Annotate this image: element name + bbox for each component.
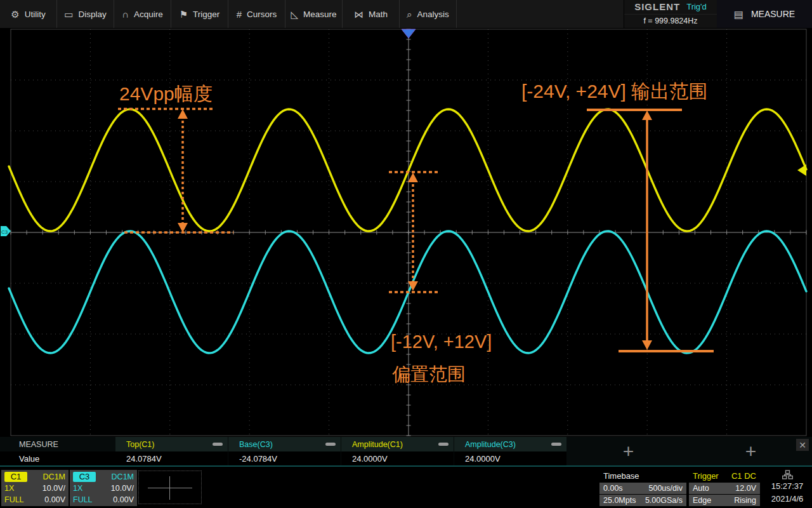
menu-item-label: Acquire [134,10,163,19]
add-channel-box[interactable] [138,471,202,504]
add-measurement-button-2[interactable]: + [690,437,812,465]
trigger-status-box: SIGLENT Trig'd f = 999.9824Hz [624,0,717,28]
trigger-position-marker[interactable] [402,29,416,38]
cursors-icon: # [237,10,242,19]
bottom-status-bar: C1 DC1M 1X 10.0V/ FULL 0.00V C3 DC1M 1X … [0,468,812,508]
c1-coupling: DC1M [43,472,65,481]
c3-coupling: DC1M [112,472,134,481]
channel-c1-badge: C1 [4,472,27,482]
annotation-offset-range-2: 偏置范围 [392,362,466,387]
remove-measurement-button[interactable] [213,443,223,446]
measurement-label-column: MEASURE Value [0,437,115,465]
measurement-label: Amplitude(C3) [465,440,516,449]
annotation-offset-range-1: [-12V, +12V] [391,331,492,352]
annotation-arrowhead [642,340,652,350]
clock-time: 15:27:37 [764,480,811,493]
annotation-arrowhead [408,173,418,182]
measurement-value: 24.0000V [341,451,454,465]
measure-panel-button[interactable]: ▤ MEASURE [717,0,812,28]
c3-bandwidth: FULL [73,495,93,504]
display-icon: ▭ [64,10,73,19]
trigger-box[interactable]: Trigger C1 DC Auto 12.0V Edge Rising [689,470,760,506]
timebase-points: 25.0Mpts [603,496,636,505]
c3-scale: 10.0V/ [111,484,134,493]
menu-item-label: Cursors [247,10,277,19]
measure-panel-title: MEASURE [751,9,795,19]
measurement-value: -24.0784V [228,451,341,465]
measurement-cell-basec3: Base(C3)-24.0784V [228,437,341,465]
measurement-cell-amplitudec1: Amplitude(C1)24.0000V [341,437,454,465]
menu-item-utility[interactable]: ⚙Utility [0,0,57,28]
remove-measurement-button[interactable] [438,443,449,446]
annotation-arrowhead [642,110,652,120]
timebase-delay: 0.00s [603,484,623,493]
measurement-label: Top(C1) [126,440,154,449]
plus-icon: + [745,442,757,461]
measurement-label: Amplitude(C1) [352,440,403,449]
menu-item-label: Display [78,10,106,19]
c1-probe: 1X [4,484,14,493]
menu-bar: ⚙Utility▭Display∩Acquire⚑Trigger#Cursors… [0,0,812,28]
annotation-output-range: [-24V, +24V] 输出范围 [521,79,707,105]
measurement-cell-topc1: Top(C1)24.0784V [115,437,228,465]
clock-box: 15:27:37 2021/4/6 [764,469,811,505]
measurement-cell-amplitudec3: Amplitude(C3)24.0000V [454,437,566,465]
siglent-logo: SIGLENT [634,1,680,12]
channel-c1-box[interactable]: C1 DC1M 1X 10.0V/ FULL 0.00V [1,470,69,506]
flag-icon: ⚑ [180,10,188,19]
trigger-level: 12.0V [735,484,756,493]
lan-icon [782,470,793,479]
gear-icon: ⚙ [11,10,19,19]
menu-item-cursors[interactable]: #Cursors [228,0,285,28]
measurement-strip: MEASURE Value Top(C1)24.0784VBase(C3)-24… [0,437,812,467]
c3-probe: 1X [73,484,82,493]
menu-item-math[interactable]: ⋈Math [343,0,400,28]
remove-measurement-button[interactable] [551,443,561,446]
timebase-box[interactable]: Timebase 0.00s 500us/div 25.0Mpts 5.00GS… [599,470,686,506]
waveform-display[interactable]: C3 24Vpp幅度 [-24V, +24V] 输出范围 [-12V, +12V… [0,28,812,437]
menu-item-label: Math [369,10,388,19]
clipboard-icon: ▤ [734,8,743,20]
trigger-frequency: f = 999.9824Hz [624,14,717,29]
close-icon: ✕ [799,440,806,450]
trigger-type: Edge [693,496,711,505]
measurement-strip-title: MEASURE [0,437,115,451]
timebase-title: Timebase [603,471,639,481]
timebase-rate: 5.00GSa/s [645,496,683,505]
measurement-value: 24.0000V [454,451,566,465]
add-measurement-button-1[interactable]: + [567,437,690,465]
acquire-icon: ∩ [122,10,129,19]
menu-item-measure[interactable]: ◺Measure [285,0,343,28]
close-measure-strip-button[interactable]: ✕ [796,439,809,451]
menu-item-analysis[interactable]: ⌕Analysis [400,0,457,28]
annotation-amplitude: 24Vpp幅度 [119,81,213,107]
crosshair-icon [169,476,170,500]
c1-offset: 0.00V [44,495,65,504]
clock-date: 2021/4/6 [764,493,811,505]
analysis-icon: ⌕ [407,10,412,19]
menu-item-acquire[interactable]: ∩Acquire [114,0,171,28]
menu-item-label: Utility [25,10,46,19]
c3-ground-label: C3 [1,229,8,235]
channel-c3-box[interactable]: C3 DC1M 1X 10.0V/ FULL 0.00V [70,470,137,506]
crosshair-icon [148,488,192,488]
remove-measurement-button[interactable] [325,443,336,446]
menu-item-label: Analysis [417,10,449,19]
menu-item-label: Trigger [193,10,219,19]
menu-item-display[interactable]: ▭Display [57,0,114,28]
measurement-value: 24.0784V [115,451,228,465]
c1-scale: 10.0V/ [43,484,65,493]
math-icon: ⋈ [354,10,363,19]
trigger-level-marker[interactable] [797,164,806,176]
c1-bandwidth: FULL [4,495,24,504]
channel-c3-badge: C3 [73,472,96,482]
c3-offset: 0.00V [113,495,134,504]
trigger-mode: Auto [693,484,709,493]
measure-icon: ◺ [291,10,298,19]
measurement-add-area: + + [567,437,812,465]
annotation-arrowhead [178,109,188,119]
menu-spacer [457,0,624,28]
menu-item-trigger[interactable]: ⚑Trigger [171,0,228,28]
trigger-state: Trig'd [686,2,707,11]
annotation-arrowhead [178,223,188,232]
